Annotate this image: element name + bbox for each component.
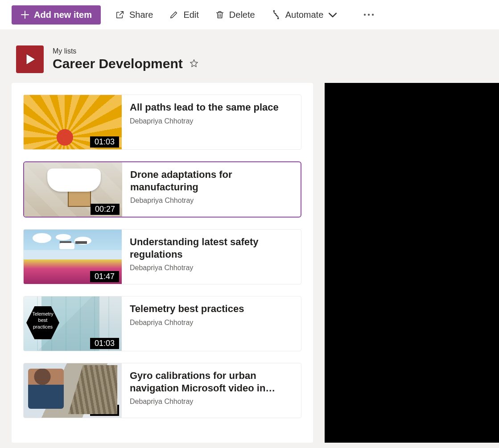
- svg-point-0: [273, 10, 275, 12]
- duration-badge: 01:03: [90, 338, 119, 349]
- duration-badge: 01:23: [90, 405, 119, 416]
- item-title: Gyro calibrations for urban navigation M…: [130, 370, 293, 394]
- delete-button[interactable]: Delete: [213, 7, 257, 23]
- thumbnail: 01:47: [24, 230, 122, 284]
- favorite-button[interactable]: [189, 58, 199, 70]
- overflow-menu-button[interactable]: [360, 6, 378, 24]
- toolbar: Add new item Share Edit Delete Automate: [0, 0, 499, 29]
- content-area: 01:03All paths lead to the same placeDeb…: [0, 83, 499, 443]
- item-title: All paths lead to the same place: [130, 101, 279, 114]
- list-header: My lists Career Development: [0, 29, 499, 83]
- item-author: Debapriya Chhotray: [130, 319, 244, 327]
- duration-badge: 01:47: [90, 271, 119, 282]
- svg-point-2: [364, 14, 366, 16]
- ellipsis-icon: [363, 13, 374, 16]
- star-icon: [189, 58, 199, 68]
- list-item[interactable]: 01:03Telemetry best practicesDebapriya C…: [23, 296, 301, 351]
- item-author: Debapriya Chhotray: [130, 117, 279, 125]
- svg-point-4: [372, 14, 374, 16]
- card-body: Gyro calibrations for urban navigation M…: [122, 363, 301, 418]
- pencil-icon: [169, 10, 179, 20]
- item-author: Debapriya Chhotray: [130, 398, 293, 406]
- breadcrumb[interactable]: My lists: [53, 47, 199, 55]
- share-label: Share: [129, 10, 153, 20]
- duration-badge: 01:03: [90, 136, 119, 148]
- duration-badge: 00:27: [91, 204, 120, 215]
- svg-point-3: [368, 14, 370, 16]
- video-player[interactable]: [325, 83, 499, 443]
- list-panel: 01:03All paths lead to the same placeDeb…: [12, 83, 313, 443]
- card-body: Drone adaptations for manufacturingDebap…: [122, 162, 301, 217]
- thumbnail: 01:03: [24, 95, 122, 149]
- thumbnail: 01:03: [24, 296, 122, 351]
- automate-button[interactable]: Automate: [269, 7, 340, 23]
- list-item[interactable]: 00:27Drone adaptations for manufacturing…: [23, 161, 301, 218]
- share-button[interactable]: Share: [113, 7, 155, 23]
- plus-icon: [21, 10, 29, 19]
- thumbnail: 00:27: [24, 162, 122, 217]
- list-item[interactable]: 01:23Gyro calibrations for urban navigat…: [23, 363, 301, 418]
- card-body: Understanding latest safety regulationsD…: [122, 230, 301, 284]
- edit-button[interactable]: Edit: [167, 7, 200, 23]
- list-item[interactable]: 01:03All paths lead to the same placeDeb…: [23, 95, 301, 150]
- item-title: Telemetry best practices: [130, 303, 244, 315]
- card-body: Telemetry best practicesDebapriya Chhotr…: [122, 296, 252, 351]
- thumbnail: 01:23: [24, 363, 122, 418]
- trash-icon: [215, 10, 225, 20]
- item-author: Debapriya Chhotray: [130, 264, 293, 272]
- item-title: Drone adaptations for manufacturing: [130, 169, 293, 193]
- card-body: All paths lead to the same placeDebapriy…: [122, 95, 287, 149]
- chevron-down-icon: [328, 10, 338, 20]
- add-new-item-button[interactable]: Add new item: [12, 5, 101, 25]
- add-new-item-label: Add new item: [34, 10, 92, 20]
- list-icon: [16, 45, 44, 73]
- automate-label: Automate: [285, 10, 324, 20]
- item-author: Debapriya Chhotray: [130, 197, 293, 205]
- automate-icon: [271, 10, 281, 20]
- list-item[interactable]: 01:47Understanding latest safety regulat…: [23, 229, 301, 284]
- page-title: Career Development: [53, 56, 183, 71]
- edit-label: Edit: [183, 10, 198, 20]
- share-icon: [115, 10, 125, 20]
- item-title: Understanding latest safety regulations: [130, 236, 293, 260]
- play-icon: [23, 52, 37, 66]
- svg-point-1: [277, 18, 279, 19]
- delete-label: Delete: [229, 10, 255, 20]
